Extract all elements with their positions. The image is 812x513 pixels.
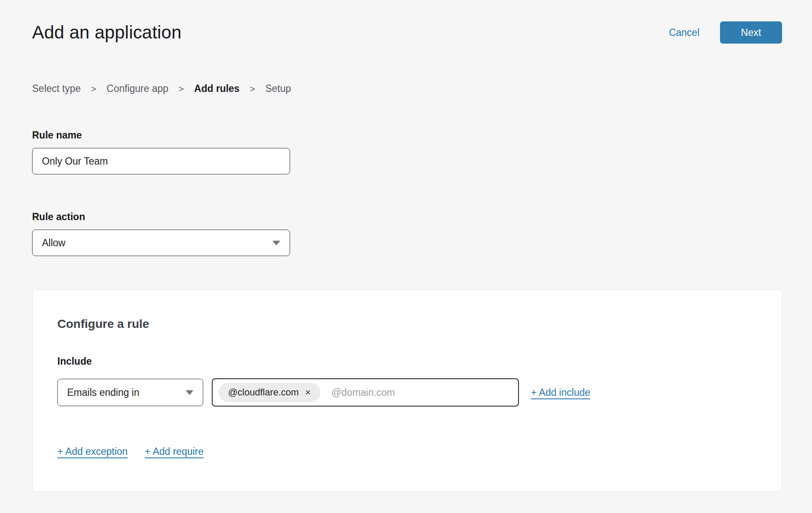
rule-action-label: Rule action <box>32 211 782 223</box>
rule-name-input[interactable] <box>32 148 290 174</box>
breadcrumb: Select type > Configure app > Add rules … <box>32 83 782 94</box>
page-title: Add an application <box>32 22 181 43</box>
page-header: Add an application Cancel Next <box>32 0 782 44</box>
email-domain-input-container[interactable]: @cloudflare.com ✕ <box>212 378 519 407</box>
chevron-down-icon <box>273 241 280 245</box>
include-label: Include <box>57 356 757 367</box>
breadcrumb-separator: > <box>179 84 184 94</box>
rule-name-label: Rule name <box>32 130 782 141</box>
email-domain-chip: @cloudflare.com ✕ <box>219 383 320 402</box>
breadcrumb-separator: > <box>250 84 255 94</box>
page-content: Add an application Cancel Next Select ty… <box>0 0 812 492</box>
next-button[interactable]: Next <box>720 21 782 44</box>
breadcrumb-step-configure-app[interactable]: Configure app <box>107 83 169 94</box>
cancel-button[interactable]: Cancel <box>669 27 699 38</box>
close-icon[interactable]: ✕ <box>305 389 311 396</box>
include-criteria-select[interactable]: Emails ending in <box>57 379 203 406</box>
rule-action-selected-value: Allow <box>42 237 65 249</box>
header-actions: Cancel Next <box>669 21 782 44</box>
include-rule-row: Emails ending in @cloudflare.com ✕ + Add… <box>57 378 757 407</box>
configure-rule-card: Configure a rule Include Emails ending i… <box>32 289 782 492</box>
rule-action-select[interactable]: Allow <box>32 230 290 256</box>
add-exception-link[interactable]: + Add exception <box>57 446 127 457</box>
chevron-down-icon <box>186 390 193 395</box>
include-criteria-selected-value: Emails ending in <box>67 387 139 398</box>
add-require-link[interactable]: + Add require <box>145 446 203 457</box>
breadcrumb-separator: > <box>91 84 96 94</box>
email-domain-chip-value: @cloudflare.com <box>228 387 299 398</box>
breadcrumb-step-select-type[interactable]: Select type <box>32 83 81 94</box>
configure-rule-heading: Configure a rule <box>57 317 757 331</box>
add-include-link[interactable]: + Add include <box>531 387 590 398</box>
breadcrumb-step-setup[interactable]: Setup <box>265 83 291 94</box>
email-domain-input[interactable] <box>332 387 512 398</box>
breadcrumb-step-add-rules[interactable]: Add rules <box>194 83 240 94</box>
rule-extra-links: + Add exception + Add require <box>57 446 757 457</box>
